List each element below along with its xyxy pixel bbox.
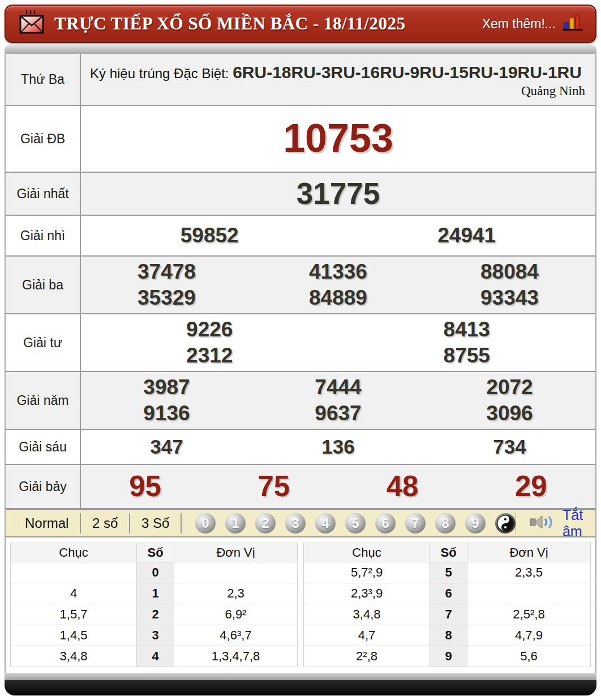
prize-number: 3987: [81, 374, 252, 400]
prize-table: Thứ Ba Ký hiệu trúng Đặc Biệt: 6RU-18RU-…: [6, 54, 595, 509]
stats-row: 4,784,7,9: [304, 625, 591, 646]
prize-number: 29: [467, 468, 595, 505]
sound-control[interactable]: Tắt âm: [516, 507, 587, 540]
lottery-widget: TRỰC TIẾP XỔ SỐ MIỀN BẮC - 18/11/2025 Xe…: [5, 5, 596, 695]
stats-table-left: ChụcSốĐơn Vị0412,31,5,726,9²1,4,534,6³,7…: [10, 543, 298, 667]
digit-ball-1[interactable]: 1: [225, 513, 246, 533]
stats-cell: 2,3,5: [467, 562, 590, 583]
content-panel: Thứ Ba Ký hiệu trúng Đặc Biệt: 6RU-18RU-…: [5, 54, 596, 673]
prize-number: 8413: [338, 317, 596, 343]
panel-bottom-strip: [5, 673, 596, 680]
digit-ball-7[interactable]: 7: [405, 513, 426, 533]
prize-values: 5985224941: [81, 216, 595, 255]
stats-cell: 2²,8: [304, 646, 430, 667]
stats-header-cell: Chục: [11, 543, 137, 562]
symbol-codes: 6RU-18RU-3RU-16RU-9RU-15RU-19RU-1RU: [233, 63, 582, 82]
stats-cell: 2: [137, 604, 174, 625]
prize-row: Giải nhì5985224941: [6, 215, 595, 255]
mode-normal[interactable]: Normal: [14, 515, 80, 531]
prize-number: 9136: [81, 400, 252, 426]
stats-cell: 1,4,5: [11, 625, 137, 646]
prize-number: 7444: [252, 374, 424, 400]
prize-number: 136: [252, 434, 424, 459]
draw-day-label: Thứ Ba: [6, 54, 81, 105]
stats-row: 3,4,872,5²,8: [304, 604, 591, 625]
stats-cell: 2,5²,8: [467, 604, 590, 625]
prize-number: 88084: [424, 259, 595, 285]
stats-cell: 5: [430, 562, 467, 583]
stats-cell: 1: [137, 583, 174, 604]
stats-cell: [467, 583, 590, 604]
stats-row: 2,3³,96: [304, 583, 591, 604]
draw-info-row: Thứ Ba Ký hiệu trúng Đặc Biệt: 6RU-18RU-…: [6, 54, 595, 105]
digit-ball-8[interactable]: 8: [435, 513, 456, 533]
panel-top-strip: [5, 45, 596, 54]
digit-ball-6[interactable]: 6: [375, 513, 396, 533]
prize-number: 84889: [252, 285, 424, 311]
mute-sound-link[interactable]: Tắt âm: [563, 507, 587, 540]
prize-row: Giải bảy95754829: [6, 464, 595, 508]
page-title: TRỰC TIẾP XỔ SỐ MIỀN BẮC - 18/11/2025: [54, 14, 473, 34]
stats-cell: 3: [137, 625, 174, 646]
stats-cell: 8: [430, 625, 467, 646]
prize-row: Giải sáu347136734: [6, 429, 595, 464]
digit-ball-4[interactable]: 4: [315, 513, 336, 533]
prize-row: Giải nhất31775: [6, 172, 595, 215]
prize-number: 31775: [81, 175, 595, 212]
header-bar: TRỰC TIẾP XỔ SỐ MIỀN BẮC - 18/11/2025 Xe…: [5, 5, 596, 43]
stats-cell: 7: [430, 604, 467, 625]
mode-2so[interactable]: 2 số: [81, 515, 129, 531]
digit-ball-0[interactable]: 0: [195, 513, 216, 533]
stats-cell: [174, 562, 297, 583]
prize-number: 41336: [252, 259, 424, 285]
stats-row: 0: [11, 562, 298, 583]
prize-row: Giải năm398774442072913696373096: [6, 371, 595, 429]
prize-number: 9637: [252, 400, 424, 426]
digit-ball-5[interactable]: 5: [345, 513, 366, 533]
digit-ball-9[interactable]: 9: [465, 513, 486, 533]
prize-number: 2072: [424, 374, 595, 400]
stats-header-cell: Số: [430, 543, 467, 562]
mode-3so[interactable]: 3 Số: [130, 515, 181, 531]
stats-header-cell: Chục: [304, 543, 430, 562]
prize-label: Giải tư: [6, 314, 81, 371]
yin-yang-icon[interactable]: [495, 513, 516, 533]
stats-cell: 6,9²: [174, 604, 297, 625]
prize-label: Giải ba: [6, 257, 81, 313]
prize-label: Giải sáu: [6, 430, 81, 464]
prize-label: Giải nhì: [6, 216, 81, 255]
stats-row: 412,3: [11, 583, 298, 604]
stats-cell: 4: [137, 646, 174, 667]
prize-number: 48: [338, 468, 467, 505]
prize-number: 10753: [81, 114, 595, 164]
digit-ball-3[interactable]: 3: [285, 513, 306, 533]
stats-row: 1,5,726,9²: [11, 604, 298, 625]
prize-number: 35329: [81, 285, 252, 311]
stats-cell: 5,7²,9: [304, 562, 430, 583]
stats-cell: 2,3³,9: [304, 583, 430, 604]
stats-cell: 1,5,7: [11, 604, 137, 625]
prize-number: 347: [81, 434, 252, 459]
prize-number: 2312: [81, 343, 338, 369]
stats-table-right: ChụcSốĐơn Vị5,7²,952,3,52,3³,963,4,872,5…: [303, 543, 591, 667]
special-symbol-cell: Ký hiệu trúng Đặc Biệt: 6RU-18RU-3RU-16R…: [81, 54, 595, 105]
prize-values: 347136734: [81, 430, 595, 464]
prize-values: 374784133688084353298488993343: [81, 257, 595, 313]
speaker-icon[interactable]: [530, 514, 555, 533]
stats-row: 2²,895,6: [304, 646, 591, 667]
prize-row: Giải tư9226841323128755: [6, 313, 595, 371]
prize-number: 9226: [81, 317, 338, 343]
prize-row: Giải ba374784133688084353298488993343: [6, 255, 595, 313]
toolbar-separator: [181, 513, 182, 533]
digit-ball-2[interactable]: 2: [255, 513, 276, 533]
prize-number: 3096: [424, 400, 595, 426]
stats-cell: [11, 562, 137, 583]
see-more-label: Xem thêm!...: [482, 16, 556, 32]
digit-stats-section: ChụcSốĐơn Vị0412,31,5,726,9²1,4,534,6³,7…: [6, 537, 595, 673]
prize-label: Giải bảy: [6, 465, 81, 508]
see-more-link[interactable]: Xem thêm!...: [482, 13, 583, 35]
widget-bottom-bar: [5, 680, 596, 695]
prize-number: 93343: [424, 285, 595, 311]
digit-balls: 0123456789: [195, 513, 516, 533]
stats-header-cell: Đơn Vị: [174, 543, 297, 562]
